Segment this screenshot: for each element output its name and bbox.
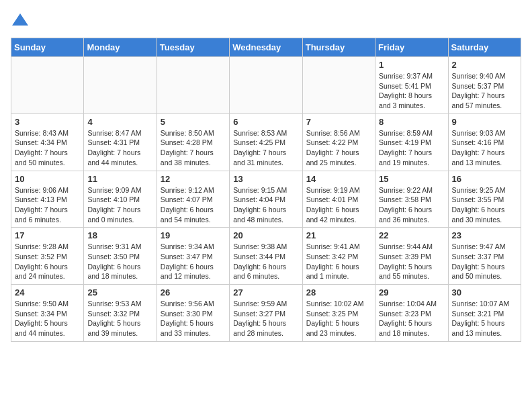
day-number: 18: [87, 230, 152, 240]
day-info: Sunrise: 8:47 AM Sunset: 4:31 PM Dayligh…: [87, 128, 152, 168]
day-number: 7: [306, 117, 371, 127]
day-info: Sunrise: 10:04 AM Sunset: 3:23 PM Daylig…: [379, 299, 444, 338]
calendar-cell: 16Sunrise: 9:25 AM Sunset: 3:55 PM Dayli…: [448, 171, 521, 228]
day-number: 9: [452, 117, 517, 127]
day-number: 5: [161, 117, 226, 127]
calendar-cell: 14Sunrise: 9:19 AM Sunset: 4:01 PM Dayli…: [302, 171, 375, 228]
svg-marker-0: [12, 13, 28, 26]
day-number: 29: [379, 287, 444, 298]
calendar-cell: 20Sunrise: 9:38 AM Sunset: 3:44 PM Dayli…: [230, 228, 302, 285]
day-info: Sunrise: 10:02 AM Sunset: 3:25 PM Daylig…: [306, 299, 371, 338]
calendar-cell: 13Sunrise: 9:15 AM Sunset: 4:04 PM Dayli…: [230, 171, 302, 228]
day-info: Sunrise: 9:09 AM Sunset: 4:10 PM Dayligh…: [87, 185, 152, 225]
day-number: 17: [15, 230, 80, 240]
day-number: 15: [379, 174, 444, 184]
day-number: 25: [87, 287, 152, 298]
calendar-cell: [84, 57, 157, 114]
day-info: Sunrise: 9:06 AM Sunset: 4:13 PM Dayligh…: [15, 185, 80, 225]
calendar-cell: 18Sunrise: 9:31 AM Sunset: 3:50 PM Dayli…: [84, 228, 157, 285]
day-number: 12: [161, 174, 226, 184]
day-header-wednesday: Wednesday: [230, 38, 302, 57]
day-number: 30: [452, 287, 517, 298]
calendar-cell: 29Sunrise: 10:04 AM Sunset: 3:23 PM Dayl…: [375, 285, 448, 342]
calendar-cell: 27Sunrise: 9:59 AM Sunset: 3:27 PM Dayli…: [230, 285, 302, 342]
calendar-cell: 23Sunrise: 9:47 AM Sunset: 3:37 PM Dayli…: [448, 228, 521, 285]
day-number: 14: [306, 174, 371, 184]
day-number: 23: [452, 230, 517, 240]
day-info: Sunrise: 8:59 AM Sunset: 4:19 PM Dayligh…: [379, 128, 444, 168]
calendar-cell: 4Sunrise: 8:47 AM Sunset: 4:31 PM Daylig…: [84, 113, 157, 171]
calendar-week-5: 24Sunrise: 9:50 AM Sunset: 3:34 PM Dayli…: [11, 285, 521, 342]
day-info: Sunrise: 9:03 AM Sunset: 4:16 PM Dayligh…: [452, 128, 517, 168]
day-info: Sunrise: 9:40 AM Sunset: 5:37 PM Dayligh…: [452, 71, 517, 111]
logo: [11, 11, 32, 30]
calendar-cell: 8Sunrise: 8:59 AM Sunset: 4:19 PM Daylig…: [375, 113, 448, 171]
day-info: Sunrise: 9:37 AM Sunset: 5:41 PM Dayligh…: [379, 71, 444, 111]
day-info: Sunrise: 9:44 AM Sunset: 3:39 PM Dayligh…: [379, 242, 444, 281]
day-info: Sunrise: 9:25 AM Sunset: 3:55 PM Dayligh…: [452, 185, 517, 225]
calendar-cell: 24Sunrise: 9:50 AM Sunset: 3:34 PM Dayli…: [11, 285, 84, 342]
calendar-cell: 28Sunrise: 10:02 AM Sunset: 3:25 PM Dayl…: [302, 285, 375, 342]
day-info: Sunrise: 9:12 AM Sunset: 4:07 PM Dayligh…: [161, 185, 226, 225]
day-info: Sunrise: 9:28 AM Sunset: 3:52 PM Dayligh…: [15, 242, 80, 281]
calendar-cell: 26Sunrise: 9:56 AM Sunset: 3:30 PM Dayli…: [157, 285, 229, 342]
calendar-cell: 19Sunrise: 9:34 AM Sunset: 3:47 PM Dayli…: [157, 228, 229, 285]
day-info: Sunrise: 9:50 AM Sunset: 3:34 PM Dayligh…: [15, 299, 80, 338]
day-number: 19: [161, 230, 226, 240]
calendar-header-row: SundayMondayTuesdayWednesdayThursdayFrid…: [11, 38, 521, 57]
calendar-cell: [11, 57, 84, 114]
day-info: Sunrise: 9:41 AM Sunset: 3:42 PM Dayligh…: [306, 242, 371, 281]
calendar-cell: 10Sunrise: 9:06 AM Sunset: 4:13 PM Dayli…: [11, 171, 84, 228]
day-info: Sunrise: 9:47 AM Sunset: 3:37 PM Dayligh…: [452, 242, 517, 281]
day-info: Sunrise: 8:43 AM Sunset: 4:34 PM Dayligh…: [15, 128, 80, 168]
day-info: Sunrise: 8:50 AM Sunset: 4:28 PM Dayligh…: [161, 128, 226, 168]
calendar-cell: 6Sunrise: 8:53 AM Sunset: 4:25 PM Daylig…: [230, 113, 302, 171]
day-info: Sunrise: 9:22 AM Sunset: 3:58 PM Dayligh…: [379, 185, 444, 225]
calendar-week-3: 10Sunrise: 9:06 AM Sunset: 4:13 PM Dayli…: [11, 171, 521, 228]
day-number: 27: [233, 287, 298, 298]
calendar-cell: 7Sunrise: 8:56 AM Sunset: 4:22 PM Daylig…: [302, 113, 375, 171]
calendar-cell: [302, 57, 375, 114]
calendar-cell: 30Sunrise: 10:07 AM Sunset: 3:21 PM Dayl…: [448, 285, 521, 342]
calendar-week-1: 1Sunrise: 9:37 AM Sunset: 5:41 PM Daylig…: [11, 57, 521, 114]
calendar-cell: 11Sunrise: 9:09 AM Sunset: 4:10 PM Dayli…: [84, 171, 157, 228]
day-number: 20: [233, 230, 298, 240]
page-header: [11, 11, 521, 30]
calendar-cell: 15Sunrise: 9:22 AM Sunset: 3:58 PM Dayli…: [375, 171, 448, 228]
day-info: Sunrise: 9:59 AM Sunset: 3:27 PM Dayligh…: [233, 299, 298, 338]
day-info: Sunrise: 9:15 AM Sunset: 4:04 PM Dayligh…: [233, 185, 298, 225]
day-info: Sunrise: 8:53 AM Sunset: 4:25 PM Dayligh…: [233, 128, 298, 168]
calendar-cell: 22Sunrise: 9:44 AM Sunset: 3:39 PM Dayli…: [375, 228, 448, 285]
calendar-cell: 2Sunrise: 9:40 AM Sunset: 5:37 PM Daylig…: [448, 57, 521, 114]
day-number: 11: [87, 174, 152, 184]
calendar-week-4: 17Sunrise: 9:28 AM Sunset: 3:52 PM Dayli…: [11, 228, 521, 285]
calendar-cell: 12Sunrise: 9:12 AM Sunset: 4:07 PM Dayli…: [157, 171, 229, 228]
day-header-friday: Friday: [375, 38, 448, 57]
day-info: Sunrise: 9:56 AM Sunset: 3:30 PM Dayligh…: [161, 299, 226, 338]
day-info: Sunrise: 9:19 AM Sunset: 4:01 PM Dayligh…: [306, 185, 371, 225]
calendar-cell: [157, 57, 229, 114]
day-number: 21: [306, 230, 371, 240]
calendar-cell: 1Sunrise: 9:37 AM Sunset: 5:41 PM Daylig…: [375, 57, 448, 114]
day-number: 2: [452, 60, 517, 70]
day-number: 3: [15, 117, 80, 127]
calendar-cell: 17Sunrise: 9:28 AM Sunset: 3:52 PM Dayli…: [11, 228, 84, 285]
day-info: Sunrise: 9:31 AM Sunset: 3:50 PM Dayligh…: [87, 242, 152, 281]
day-number: 16: [452, 174, 517, 184]
calendar-cell: [230, 57, 302, 114]
day-number: 24: [15, 287, 80, 298]
calendar: SundayMondayTuesdayWednesdayThursdayFrid…: [11, 38, 521, 342]
day-number: 4: [87, 117, 152, 127]
day-info: Sunrise: 9:53 AM Sunset: 3:32 PM Dayligh…: [87, 299, 152, 338]
day-header-sunday: Sunday: [11, 38, 84, 57]
day-number: 22: [379, 230, 444, 240]
day-header-monday: Monday: [84, 38, 157, 57]
day-info: Sunrise: 8:56 AM Sunset: 4:22 PM Dayligh…: [306, 128, 371, 168]
day-header-saturday: Saturday: [448, 38, 521, 57]
day-number: 8: [379, 117, 444, 127]
day-info: Sunrise: 10:07 AM Sunset: 3:21 PM Daylig…: [452, 299, 517, 338]
day-number: 26: [161, 287, 226, 298]
day-number: 28: [306, 287, 371, 298]
day-number: 1: [379, 60, 444, 70]
day-info: Sunrise: 9:38 AM Sunset: 3:44 PM Dayligh…: [233, 242, 298, 281]
